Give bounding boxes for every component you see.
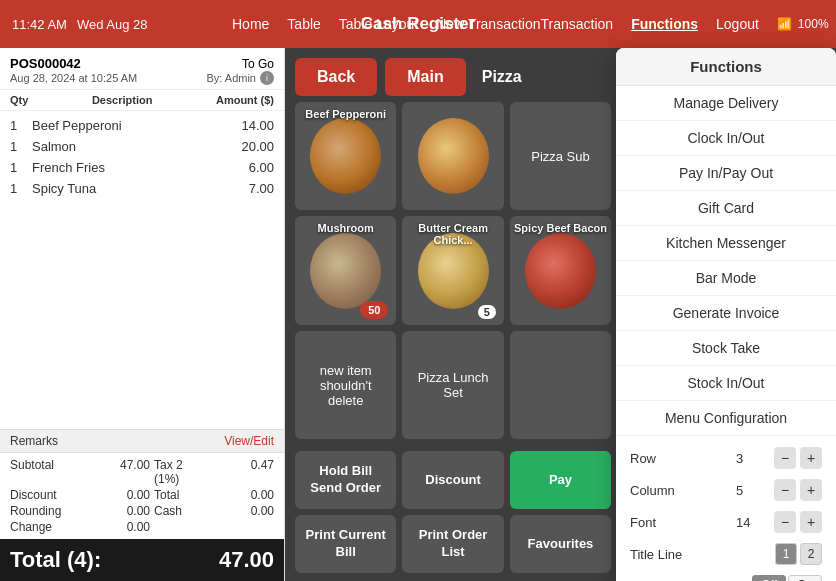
nav-transaction[interactable]: Transaction <box>541 16 614 32</box>
pos-number: POS000042 <box>10 56 81 71</box>
menu-gift-card[interactable]: Gift Card <box>616 191 836 226</box>
menu-item-spicy-beef[interactable]: Spicy Beef Bacon <box>510 216 611 324</box>
main-button[interactable]: Main <box>385 58 465 96</box>
discount-button[interactable]: Discount <box>402 451 503 509</box>
col-amount: Amount ($) <box>216 94 274 106</box>
badge-5: 5 <box>478 305 496 319</box>
config-row-main-cat: Main Category Off On <box>630 570 822 581</box>
font-increment[interactable]: + <box>800 511 822 533</box>
col-label: Column <box>630 483 730 498</box>
receipt-item[interactable]: 1 Spicy Tuna 7.00 <box>0 178 284 199</box>
top-bar: 11:42 AM Wed Aug 28 Home Table Table Lay… <box>0 0 836 48</box>
battery-display: 100% <box>798 17 829 31</box>
receipt-items: 1 Beef Pepperoni 14.00 1 Salmon 20.00 1 … <box>0 111 284 429</box>
nav-right: Transaction Functions Logout 📶 100% <box>541 16 829 32</box>
col-qty: Qty <box>10 94 28 106</box>
date: Wed Aug 28 <box>77 17 148 32</box>
menu-item-beef-pepperoni[interactable]: Beef Pepperoni <box>295 102 396 210</box>
tax-val: 0.47 <box>198 458 274 486</box>
subtotal-grid: Subtotal 47.00 Tax 2 (1%) 0.47 Discount … <box>0 453 284 539</box>
receipt-item[interactable]: 1 French Fries 6.00 <box>0 157 284 178</box>
status-icons: 📶 100% <box>777 17 829 31</box>
config-row-font: Font 14 − + <box>630 506 822 538</box>
config-row-row: Row 3 − + <box>630 442 822 474</box>
menu-bar-mode[interactable]: Bar Mode <box>616 261 836 296</box>
nav-logout[interactable]: Logout <box>716 16 759 32</box>
hold-bill-button[interactable]: Hold BillSend Order <box>295 451 396 509</box>
favourites-button[interactable]: Favourites <box>510 515 611 573</box>
menu-generate-invoice[interactable]: Generate Invoice <box>616 296 836 331</box>
main-cat-off-btn[interactable]: Off <box>752 575 786 581</box>
config-section: Row 3 − + Column 5 − + Font 14 − + Title… <box>616 436 836 581</box>
receipt-header: POS000042 To Go Aug 28, 2024 at 10:25 AM… <box>0 48 284 90</box>
col-decrement[interactable]: − <box>774 479 796 501</box>
menu-item-pizza-sub[interactable]: Pizza Sub <box>510 102 611 210</box>
receipt-item[interactable]: 1 Salmon 20.00 <box>0 136 284 157</box>
row-label: Row <box>630 451 730 466</box>
time-display: 11:42 AM Wed Aug 28 <box>12 0 148 48</box>
main-cat-on-btn[interactable]: On <box>788 575 822 581</box>
discount-val: 0.00 <box>74 488 150 502</box>
tax-label: Tax 2 (1%) <box>154 458 194 486</box>
main-cat-label: Main Category <box>630 578 730 582</box>
badge-50: 50 <box>360 301 388 319</box>
font-controls: − + <box>774 511 822 533</box>
app-title: Cash Register <box>361 14 475 34</box>
total-label: Total <box>154 488 194 502</box>
col-desc: Description <box>92 94 153 106</box>
title-line-2-btn[interactable]: 2 <box>800 543 822 565</box>
menu-item-pizza-lunch[interactable]: Pizza Lunch Set <box>402 331 503 439</box>
nav-functions[interactable]: Functions <box>631 16 698 32</box>
print-current-button[interactable]: Print Current Bill <box>295 515 396 573</box>
total-amount: 47.00 <box>219 547 274 573</box>
nav-home[interactable]: Home <box>232 16 269 32</box>
rounding-val: 0.00 <box>74 504 150 518</box>
order-type: To Go <box>242 57 274 71</box>
font-decrement[interactable]: − <box>774 511 796 533</box>
nav-table[interactable]: Table <box>287 16 320 32</box>
menu-item-mushroom[interactable]: Mushroom 50 <box>295 216 396 324</box>
menu-item-empty-1[interactable] <box>510 331 611 439</box>
receipt-item[interactable]: 1 Beef Pepperoni 14.00 <box>0 115 284 136</box>
main-cat-toggle: Off On <box>752 575 822 581</box>
menu-stock-take[interactable]: Stock Take <box>616 331 836 366</box>
menu-pay-in-out[interactable]: Pay In/Pay Out <box>616 156 836 191</box>
menu-item-new-item[interactable]: new item shouldn't delete <box>295 331 396 439</box>
pay-button[interactable]: Pay <box>510 451 611 509</box>
receipt-panel: POS000042 To Go Aug 28, 2024 at 10:25 AM… <box>0 48 285 581</box>
back-button[interactable]: Back <box>295 58 377 96</box>
row-controls: − + <box>774 447 822 469</box>
total-bar: Total (4): 47.00 <box>0 539 284 581</box>
col-controls: − + <box>774 479 822 501</box>
title-line-1-btn[interactable]: 1 <box>775 543 797 565</box>
receipt-footer: Remarks View/Edit Subtotal 47.00 Tax 2 (… <box>0 429 284 581</box>
view-edit-btn[interactable]: View/Edit <box>224 434 274 448</box>
menu-kitchen-messenger[interactable]: Kitchen Messenger <box>616 226 836 261</box>
section-title: Pizza <box>482 68 522 86</box>
remarks-label: Remarks <box>10 434 58 448</box>
print-order-button[interactable]: Print Order List <box>402 515 503 573</box>
row-increment[interactable]: + <box>800 447 822 469</box>
info-icon[interactable]: i <box>260 71 274 85</box>
menu-item-butter-cream[interactable]: Butter Cream Chick... 5 <box>402 216 503 324</box>
col-value: 5 <box>736 483 768 498</box>
subtotal-val: 47.00 <box>74 458 150 486</box>
col-increment[interactable]: + <box>800 479 822 501</box>
title-line-controls: 1 2 <box>775 543 822 565</box>
dropdown-title: Functions <box>616 48 836 86</box>
remarks-bar: Remarks View/Edit <box>0 430 284 453</box>
menu-manage-delivery[interactable]: Manage Delivery <box>616 86 836 121</box>
title-line-label: Title Line <box>630 547 730 562</box>
menu-item-col2[interactable] <box>402 102 503 210</box>
receipt-date: Aug 28, 2024 at 10:25 AM <box>10 72 137 84</box>
menu-stock-in-out[interactable]: Stock In/Out <box>616 366 836 401</box>
receipt-column-headers: Qty Description Amount ($) <box>0 90 284 111</box>
receipt-by: By: Admin i <box>206 71 274 85</box>
total-display: Total (4): <box>10 547 101 573</box>
config-row-title-line: Title Line 1 2 <box>630 538 822 570</box>
font-value: 14 <box>736 515 768 530</box>
menu-clock-in-out[interactable]: Clock In/Out <box>616 121 836 156</box>
cash-val: 0.00 <box>198 504 274 518</box>
row-decrement[interactable]: − <box>774 447 796 469</box>
menu-menu-config[interactable]: Menu Configuration <box>616 401 836 436</box>
